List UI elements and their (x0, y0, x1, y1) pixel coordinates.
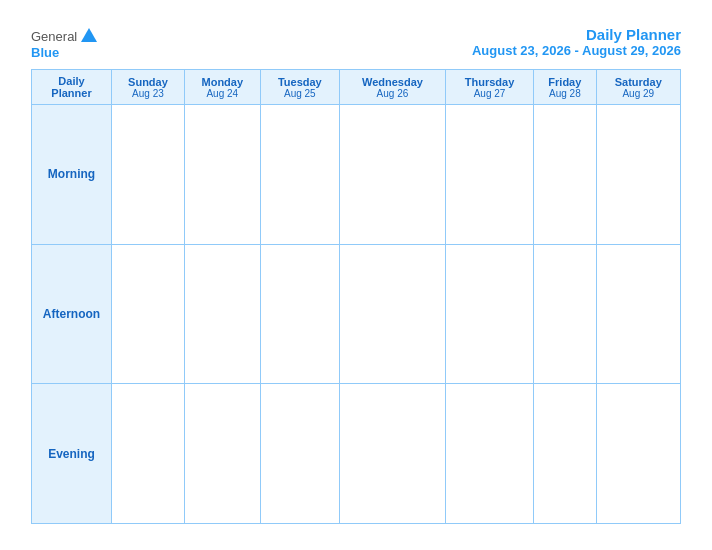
page-title: Daily Planner (472, 26, 681, 43)
title-block: Daily Planner August 23, 2026 - August 2… (472, 26, 681, 58)
day-header-wednesday: Wednesday Aug 26 (339, 70, 445, 105)
cell-afternoon-thursday[interactable] (445, 244, 533, 384)
cell-afternoon-monday[interactable] (184, 244, 260, 384)
cell-morning-sunday[interactable] (112, 105, 185, 245)
logo-blue-text: Blue (31, 46, 59, 59)
row-afternoon: Afternoon (32, 244, 681, 384)
cell-afternoon-friday[interactable] (534, 244, 596, 384)
row-evening: Evening (32, 384, 681, 524)
cell-morning-saturday[interactable] (596, 105, 680, 245)
day-header-friday: Friday Aug 28 (534, 70, 596, 105)
cell-morning-friday[interactable] (534, 105, 596, 245)
cell-morning-tuesday[interactable] (260, 105, 339, 245)
day-header-tuesday: Tuesday Aug 25 (260, 70, 339, 105)
day-header-saturday: Saturday Aug 29 (596, 70, 680, 105)
cell-evening-wednesday[interactable] (339, 384, 445, 524)
cell-evening-thursday[interactable] (445, 384, 533, 524)
cell-evening-tuesday[interactable] (260, 384, 339, 524)
svg-marker-0 (81, 28, 97, 42)
logo: General Blue (31, 26, 99, 59)
day-header-thursday: Thursday Aug 27 (445, 70, 533, 105)
day-header-sunday: Sunday Aug 23 (112, 70, 185, 105)
cell-evening-friday[interactable] (534, 384, 596, 524)
cell-evening-saturday[interactable] (596, 384, 680, 524)
row-label-morning: Morning (32, 105, 112, 245)
logo-icon (79, 26, 99, 46)
cell-morning-thursday[interactable] (445, 105, 533, 245)
cell-evening-sunday[interactable] (112, 384, 185, 524)
cell-afternoon-tuesday[interactable] (260, 244, 339, 384)
cell-afternoon-sunday[interactable] (112, 244, 185, 384)
row-label-afternoon: Afternoon (32, 244, 112, 384)
corner-header: Daily Planner (32, 70, 112, 105)
cell-afternoon-wednesday[interactable] (339, 244, 445, 384)
cell-afternoon-saturday[interactable] (596, 244, 680, 384)
cell-morning-monday[interactable] (184, 105, 260, 245)
date-range: August 23, 2026 - August 29, 2026 (472, 43, 681, 58)
cell-evening-monday[interactable] (184, 384, 260, 524)
row-label-evening: Evening (32, 384, 112, 524)
logo-general-text: General (31, 30, 77, 43)
calendar-table: Daily Planner Sunday Aug 23 Monday Aug 2… (31, 69, 681, 524)
day-header-monday: Monday Aug 24 (184, 70, 260, 105)
row-morning: Morning (32, 105, 681, 245)
page: General Blue Daily Planner August 23, 20… (11, 10, 701, 540)
header: General Blue Daily Planner August 23, 20… (31, 26, 681, 59)
cell-morning-wednesday[interactable] (339, 105, 445, 245)
